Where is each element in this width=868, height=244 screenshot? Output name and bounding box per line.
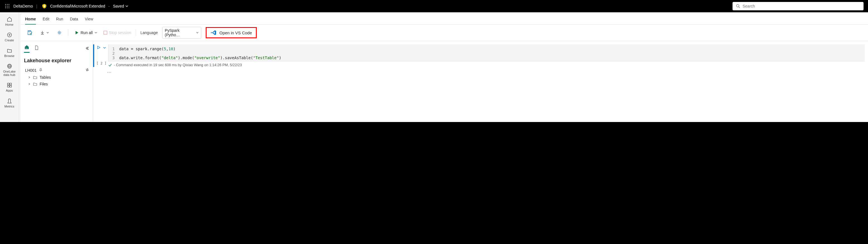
rail-item-browse[interactable]: Browse [0, 46, 19, 59]
app-launcher-icon[interactable] [4, 3, 10, 9]
file-icon [34, 45, 39, 50]
left-rail: Home Create Browse OneLake data hub Apps… [0, 12, 19, 122]
svg-point-0 [5, 4, 6, 5]
tree-label: Tables [39, 75, 51, 80]
svg-point-7 [7, 7, 8, 8]
separator: · [108, 4, 110, 8]
language-select[interactable]: PySpark (Pytho… [162, 27, 201, 38]
stop-session-label: Stop session [109, 30, 131, 35]
cell-status-line: - Command executed in 19 sec 608 ms by Q… [108, 63, 865, 67]
svg-rect-26 [104, 31, 107, 34]
svg-point-25 [59, 32, 60, 33]
svg-point-4 [7, 6, 8, 7]
rail-item-create[interactable]: Create [0, 30, 19, 44]
shield-icon [42, 4, 47, 9]
explorer-tab-files[interactable] [34, 45, 39, 52]
notebook-code-area: [ 2 ] 1 2 3 data = spark.range(5,10) dat… [93, 41, 868, 122]
line-numbers: 1 2 3 [112, 47, 115, 60]
svg-rect-18 [7, 83, 9, 85]
svg-point-2 [9, 4, 9, 5]
svg-rect-19 [9, 83, 11, 85]
cell-more-icon[interactable]: … [93, 67, 865, 74]
stop-session-button: Stop session [103, 30, 131, 35]
chevron-down-icon [94, 31, 97, 34]
stop-icon [103, 31, 107, 35]
sync-icon[interactable] [85, 67, 90, 73]
code-cell[interactable]: 1 2 3 data = spark.range(5,10) data.writ… [108, 45, 865, 62]
cell-more-actions[interactable] [103, 46, 106, 50]
save-button[interactable] [25, 29, 34, 36]
search-input[interactable] [733, 2, 864, 10]
lakehouse-explorer-panel: Lakehouse explorer LH001 Tables [21, 41, 93, 122]
rail-item-metrics[interactable]: Metrics [0, 96, 19, 110]
search-field[interactable] [743, 4, 860, 8]
chevron-down-icon [125, 4, 128, 8]
tab-data[interactable]: Data [70, 17, 78, 24]
run-cell-button[interactable] [97, 46, 101, 50]
run-all-label: Run all [81, 30, 93, 35]
settings-button[interactable] [55, 29, 64, 36]
search-icon [736, 4, 740, 8]
chevron-down-icon [196, 31, 199, 34]
svg-point-1 [7, 4, 8, 5]
svg-rect-22 [29, 31, 30, 32]
toolbar: Run all Stop session Language PySpark (P… [21, 25, 868, 41]
sensitivity-label[interactable]: Confidential\Microsoft Extended [50, 4, 105, 8]
checkmark-icon [108, 63, 112, 67]
rail-item-onelake[interactable]: OneLake data hub [0, 61, 19, 78]
rail-label: Home [5, 23, 13, 26]
svg-line-11 [739, 7, 740, 8]
folder-icon [33, 82, 37, 86]
save-status[interactable]: Saved [113, 4, 128, 8]
language-label: Language [141, 30, 158, 35]
tab-home[interactable]: Home [25, 17, 36, 25]
tab-run[interactable]: Run [56, 17, 63, 24]
separator: | [36, 4, 37, 8]
vscode-icon [211, 30, 217, 36]
language-value: PySpark (Pytho… [165, 28, 194, 37]
tree-item-files[interactable]: Files [24, 80, 90, 86]
explorer-title: Lakehouse explorer [24, 58, 90, 64]
exec-number: [ 2 ] [96, 61, 106, 65]
lakehouse-icon [24, 45, 30, 50]
lakehouse-name-row[interactable]: LH001 [24, 67, 90, 73]
download-button[interactable] [38, 29, 51, 36]
rail-label: Create [5, 38, 14, 42]
rail-label: Browse [4, 54, 14, 57]
separator [136, 29, 136, 36]
play-icon [74, 30, 79, 35]
svg-rect-20 [7, 85, 9, 87]
run-all-button[interactable]: Run all [73, 29, 99, 36]
tree-label: Files [39, 82, 48, 86]
rail-item-home[interactable]: Home [0, 15, 19, 28]
tab-view[interactable]: View [85, 17, 93, 24]
tree-item-tables[interactable]: Tables [24, 73, 90, 80]
collapse-panel-icon[interactable] [85, 46, 90, 51]
folder-icon [33, 75, 37, 80]
chevron-down-icon [46, 31, 49, 34]
chevron-right-icon [28, 76, 31, 79]
pin-icon[interactable] [39, 68, 43, 73]
ribbon-tabs: Home Edit Run Data View [21, 14, 868, 25]
save-status-text: Saved [113, 4, 124, 8]
svg-point-8 [9, 7, 9, 8]
cell-status-text: - Command executed in 19 sec 608 ms by Q… [114, 63, 242, 67]
tab-edit[interactable]: Edit [43, 17, 49, 24]
svg-point-3 [5, 6, 6, 7]
code-content[interactable]: data = spark.range(5,10) data.write.form… [119, 47, 861, 60]
rail-label: OneLake data hub [0, 70, 19, 77]
svg-rect-9 [44, 6, 45, 7]
open-in-vscode-button[interactable]: Open in VS Code [206, 27, 257, 38]
explorer-tab-lakehouse[interactable] [24, 45, 30, 53]
workspace-name[interactable]: DeltaDemo [13, 4, 33, 8]
lakehouse-name-text: LH001 [25, 68, 36, 73]
separator [68, 29, 68, 36]
svg-point-10 [737, 4, 739, 7]
svg-point-6 [5, 7, 6, 8]
svg-point-5 [9, 6, 9, 7]
rail-label: Metrics [4, 105, 14, 108]
chevron-right-icon [28, 83, 31, 85]
open-vscode-label: Open in VS Code [219, 30, 252, 35]
rail-item-apps[interactable]: Apps [0, 80, 19, 94]
rail-label: Apps [6, 89, 13, 92]
